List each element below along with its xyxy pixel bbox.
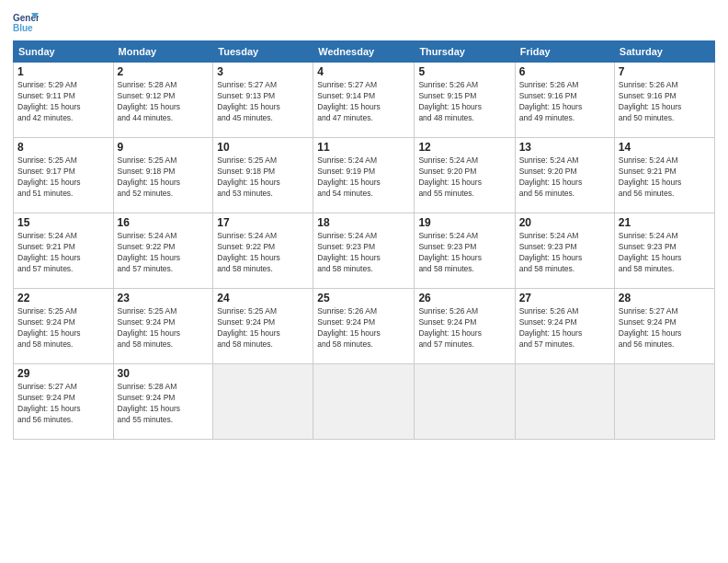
weekday-header-friday: Friday bbox=[515, 41, 614, 63]
day-cell: 30Sunrise: 5:28 AM Sunset: 9:24 PM Dayli… bbox=[113, 364, 213, 440]
day-number: 2 bbox=[118, 65, 210, 78]
day-info: Sunrise: 5:27 AM Sunset: 9:13 PM Dayligh… bbox=[217, 80, 309, 124]
weekday-header-monday: Monday bbox=[113, 41, 213, 63]
day-number: 1 bbox=[17, 65, 109, 78]
day-info: Sunrise: 5:27 AM Sunset: 9:14 PM Dayligh… bbox=[317, 80, 410, 124]
day-info: Sunrise: 5:26 AM Sunset: 9:24 PM Dayligh… bbox=[317, 306, 410, 350]
day-info: Sunrise: 5:28 AM Sunset: 9:12 PM Dayligh… bbox=[118, 80, 210, 124]
weekday-header-saturday: Saturday bbox=[614, 41, 714, 63]
day-number: 25 bbox=[317, 292, 410, 304]
day-info: Sunrise: 5:26 AM Sunset: 9:24 PM Dayligh… bbox=[418, 306, 510, 350]
day-info: Sunrise: 5:26 AM Sunset: 9:15 PM Dayligh… bbox=[418, 80, 510, 124]
week-row-2: 8Sunrise: 5:25 AM Sunset: 9:17 PM Daylig… bbox=[14, 138, 715, 213]
day-number: 5 bbox=[418, 65, 510, 78]
day-info: Sunrise: 5:25 AM Sunset: 9:24 PM Dayligh… bbox=[17, 306, 109, 350]
day-number: 21 bbox=[619, 216, 711, 229]
day-cell: 16Sunrise: 5:24 AM Sunset: 9:22 PM Dayli… bbox=[113, 213, 213, 289]
day-number: 22 bbox=[17, 292, 109, 304]
week-row-1: 1Sunrise: 5:29 AM Sunset: 9:11 PM Daylig… bbox=[14, 63, 715, 138]
day-number: 23 bbox=[118, 292, 210, 304]
weekday-header-wednesday: Wednesday bbox=[313, 41, 415, 63]
day-number: 8 bbox=[17, 141, 109, 154]
day-info: Sunrise: 5:24 AM Sunset: 9:23 PM Dayligh… bbox=[519, 231, 610, 275]
day-number: 10 bbox=[217, 141, 309, 154]
week-row-5: 29Sunrise: 5:27 AM Sunset: 9:24 PM Dayli… bbox=[14, 364, 715, 440]
day-number: 11 bbox=[317, 141, 410, 154]
day-cell: 27Sunrise: 5:26 AM Sunset: 9:24 PM Dayli… bbox=[515, 289, 614, 364]
day-number: 20 bbox=[519, 216, 610, 229]
day-number: 29 bbox=[17, 367, 109, 380]
day-cell: 3Sunrise: 5:27 AM Sunset: 9:13 PM Daylig… bbox=[213, 63, 313, 138]
day-cell: 29Sunrise: 5:27 AM Sunset: 9:24 PM Dayli… bbox=[14, 364, 114, 440]
day-number: 13 bbox=[519, 141, 610, 154]
day-number: 24 bbox=[217, 292, 309, 304]
day-info: Sunrise: 5:24 AM Sunset: 9:21 PM Dayligh… bbox=[619, 155, 711, 200]
day-cell: 5Sunrise: 5:26 AM Sunset: 9:15 PM Daylig… bbox=[415, 63, 515, 138]
day-info: Sunrise: 5:24 AM Sunset: 9:23 PM Dayligh… bbox=[619, 231, 711, 275]
day-cell bbox=[213, 364, 313, 440]
day-cell: 23Sunrise: 5:25 AM Sunset: 9:24 PM Dayli… bbox=[113, 289, 213, 364]
day-number: 15 bbox=[17, 216, 109, 229]
day-info: Sunrise: 5:25 AM Sunset: 9:18 PM Dayligh… bbox=[217, 155, 309, 200]
day-info: Sunrise: 5:24 AM Sunset: 9:19 PM Dayligh… bbox=[317, 155, 410, 200]
day-number: 12 bbox=[418, 141, 510, 154]
day-cell bbox=[313, 364, 415, 440]
weekday-header-row: SundayMondayTuesdayWednesdayThursdayFrid… bbox=[14, 41, 715, 63]
day-info: Sunrise: 5:27 AM Sunset: 9:24 PM Dayligh… bbox=[619, 306, 711, 350]
day-cell: 1Sunrise: 5:29 AM Sunset: 9:11 PM Daylig… bbox=[14, 63, 114, 138]
day-info: Sunrise: 5:24 AM Sunset: 9:22 PM Dayligh… bbox=[217, 231, 309, 275]
day-info: Sunrise: 5:24 AM Sunset: 9:20 PM Dayligh… bbox=[418, 155, 510, 200]
day-info: Sunrise: 5:25 AM Sunset: 9:18 PM Dayligh… bbox=[118, 155, 210, 200]
day-cell bbox=[614, 364, 714, 440]
day-cell: 7Sunrise: 5:26 AM Sunset: 9:16 PM Daylig… bbox=[614, 63, 714, 138]
day-number: 18 bbox=[317, 216, 410, 229]
weekday-header-thursday: Thursday bbox=[415, 41, 515, 63]
page: General Blue SundayMondayTuesdayWednesda… bbox=[0, 0, 728, 563]
day-cell: 20Sunrise: 5:24 AM Sunset: 9:23 PM Dayli… bbox=[515, 213, 614, 289]
logo: General Blue bbox=[13, 9, 42, 35]
day-cell: 10Sunrise: 5:25 AM Sunset: 9:18 PM Dayli… bbox=[213, 138, 313, 213]
day-number: 6 bbox=[519, 65, 610, 78]
day-cell: 8Sunrise: 5:25 AM Sunset: 9:17 PM Daylig… bbox=[14, 138, 114, 213]
day-info: Sunrise: 5:24 AM Sunset: 9:21 PM Dayligh… bbox=[17, 231, 109, 275]
day-cell: 28Sunrise: 5:27 AM Sunset: 9:24 PM Dayli… bbox=[614, 289, 714, 364]
day-cell: 13Sunrise: 5:24 AM Sunset: 9:20 PM Dayli… bbox=[515, 138, 614, 213]
day-cell: 15Sunrise: 5:24 AM Sunset: 9:21 PM Dayli… bbox=[14, 213, 114, 289]
day-info: Sunrise: 5:27 AM Sunset: 9:24 PM Dayligh… bbox=[17, 382, 109, 426]
header: General Blue bbox=[13, 9, 715, 35]
day-cell: 18Sunrise: 5:24 AM Sunset: 9:23 PM Dayli… bbox=[313, 213, 415, 289]
day-number: 4 bbox=[317, 65, 410, 78]
day-number: 28 bbox=[619, 292, 711, 304]
day-cell: 11Sunrise: 5:24 AM Sunset: 9:19 PM Dayli… bbox=[313, 138, 415, 213]
day-cell: 24Sunrise: 5:25 AM Sunset: 9:24 PM Dayli… bbox=[213, 289, 313, 364]
day-info: Sunrise: 5:25 AM Sunset: 9:24 PM Dayligh… bbox=[118, 306, 210, 350]
day-info: Sunrise: 5:26 AM Sunset: 9:16 PM Dayligh… bbox=[519, 80, 610, 124]
day-info: Sunrise: 5:25 AM Sunset: 9:24 PM Dayligh… bbox=[217, 306, 309, 350]
day-cell bbox=[515, 364, 614, 440]
calendar: SundayMondayTuesdayWednesdayThursdayFrid… bbox=[13, 40, 715, 440]
day-cell: 4Sunrise: 5:27 AM Sunset: 9:14 PM Daylig… bbox=[313, 63, 415, 138]
day-cell: 22Sunrise: 5:25 AM Sunset: 9:24 PM Dayli… bbox=[14, 289, 114, 364]
day-number: 17 bbox=[217, 216, 309, 229]
weekday-header-tuesday: Tuesday bbox=[213, 41, 313, 63]
day-cell: 12Sunrise: 5:24 AM Sunset: 9:20 PM Dayli… bbox=[415, 138, 515, 213]
day-number: 30 bbox=[118, 367, 210, 380]
day-number: 14 bbox=[619, 141, 711, 154]
svg-text:Blue: Blue bbox=[13, 23, 33, 33]
week-row-4: 22Sunrise: 5:25 AM Sunset: 9:24 PM Dayli… bbox=[14, 289, 715, 364]
day-info: Sunrise: 5:24 AM Sunset: 9:23 PM Dayligh… bbox=[418, 231, 510, 275]
day-cell: 2Sunrise: 5:28 AM Sunset: 9:12 PM Daylig… bbox=[113, 63, 213, 138]
logo-icon: General Blue bbox=[13, 9, 39, 35]
day-cell: 9Sunrise: 5:25 AM Sunset: 9:18 PM Daylig… bbox=[113, 138, 213, 213]
day-cell: 25Sunrise: 5:26 AM Sunset: 9:24 PM Dayli… bbox=[313, 289, 415, 364]
day-info: Sunrise: 5:26 AM Sunset: 9:16 PM Dayligh… bbox=[619, 80, 711, 124]
day-info: Sunrise: 5:26 AM Sunset: 9:24 PM Dayligh… bbox=[519, 306, 610, 350]
day-cell: 19Sunrise: 5:24 AM Sunset: 9:23 PM Dayli… bbox=[415, 213, 515, 289]
day-number: 27 bbox=[519, 292, 610, 304]
day-number: 7 bbox=[619, 65, 711, 78]
day-cell: 6Sunrise: 5:26 AM Sunset: 9:16 PM Daylig… bbox=[515, 63, 614, 138]
day-cell: 17Sunrise: 5:24 AM Sunset: 9:22 PM Dayli… bbox=[213, 213, 313, 289]
day-number: 26 bbox=[418, 292, 510, 304]
day-info: Sunrise: 5:25 AM Sunset: 9:17 PM Dayligh… bbox=[17, 155, 109, 200]
day-number: 9 bbox=[118, 141, 210, 154]
